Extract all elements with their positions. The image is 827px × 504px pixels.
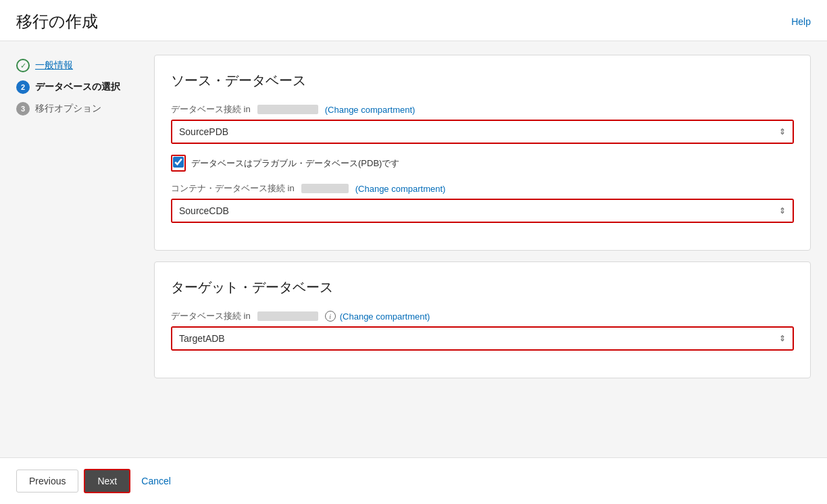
container-db-connection-row: コンテナ・データベース接続 in (Change compartment) So… xyxy=(171,182,794,223)
sidebar-item-migrate-options[interactable]: 3 移行オプション xyxy=(16,98,138,120)
pdb-checkbox-row: データベースはプラガブル・データベース(PDB)です xyxy=(171,155,794,172)
source-cdb-select[interactable]: SourceCDB xyxy=(172,200,793,222)
previous-button[interactable]: Previous xyxy=(16,470,78,493)
sidebar-label-db-select: データベースの選択 xyxy=(35,81,120,93)
page-header: 移行の作成 Help xyxy=(0,0,827,41)
container-compartment-placeholder xyxy=(301,184,349,193)
target-db-connection-row: データベース接続 in i (Change compartment) Targe… xyxy=(171,310,794,351)
container-db-connection-label: コンテナ・データベース接続 in (Change compartment) xyxy=(171,182,794,195)
source-card-title: ソース・データベース xyxy=(171,72,794,90)
footer: Previous Next Cancel xyxy=(0,457,827,504)
container-change-compartment-link[interactable]: (Change compartment) xyxy=(355,184,446,194)
content-area: ソース・データベース データベース接続 in (Change compartme… xyxy=(154,55,811,444)
help-link[interactable]: Help xyxy=(791,16,811,27)
target-adb-select[interactable]: TargetADB xyxy=(172,328,793,349)
source-change-compartment-link[interactable]: (Change compartment) xyxy=(325,105,416,115)
source-db-connection-row: データベース接続 in (Change compartment) SourceP… xyxy=(171,103,794,144)
main-content: ✓ 一般情報 2 データベースの選択 3 移行オプション ソース・データベース … xyxy=(0,41,827,457)
target-change-compartment-link[interactable]: (Change compartment) xyxy=(340,311,430,322)
sidebar-item-general-info[interactable]: ✓ 一般情報 xyxy=(16,55,138,76)
source-compartment-placeholder xyxy=(257,105,318,114)
sidebar-label-migrate-options: 移行オプション xyxy=(35,103,101,115)
sidebar-label-general-info: 一般情報 xyxy=(35,59,73,72)
target-compartment-placeholder xyxy=(257,311,318,321)
step-icon-3: 3 xyxy=(16,102,30,116)
info-icon: i xyxy=(325,311,336,322)
cancel-link[interactable]: Cancel xyxy=(141,476,171,486)
source-pdb-select[interactable]: SourcePDB xyxy=(172,121,793,143)
page-title: 移行の作成 xyxy=(16,11,98,32)
target-db-connection-label: データベース接続 in i (Change compartment) xyxy=(171,310,794,322)
pdb-checkbox-wrapper xyxy=(171,155,186,172)
source-db-card: ソース・データベース データベース接続 in (Change compartme… xyxy=(154,55,811,251)
target-card-title: ターゲット・データベース xyxy=(171,278,794,297)
pdb-checkbox-label: データベースはプラガブル・データベース(PDB)です xyxy=(191,157,399,170)
next-button[interactable]: Next xyxy=(84,469,130,493)
container-label-text: コンテナ・データベース接続 in xyxy=(171,182,295,195)
step-icon-2: 2 xyxy=(16,80,30,94)
source-db-connection-label: データベース接続 in (Change compartment) xyxy=(171,103,794,116)
source-cdb-select-wrapper: SourceCDB ⇕ xyxy=(171,199,794,223)
sidebar: ✓ 一般情報 2 データベースの選択 3 移行オプション xyxy=(16,55,138,444)
step-icon-1: ✓ xyxy=(16,59,30,72)
target-db-label-text: データベース接続 in xyxy=(171,310,251,322)
target-db-card: ターゲット・データベース データベース接続 in i (Change compa… xyxy=(154,261,811,378)
source-db-label-text: データベース接続 in xyxy=(171,103,251,116)
source-pdb-select-wrapper: SourcePDB ⇕ xyxy=(171,120,794,144)
sidebar-item-db-select[interactable]: 2 データベースの選択 xyxy=(16,76,138,98)
pdb-checkbox[interactable] xyxy=(173,157,184,168)
target-adb-select-wrapper: TargetADB ⇕ xyxy=(171,326,794,351)
